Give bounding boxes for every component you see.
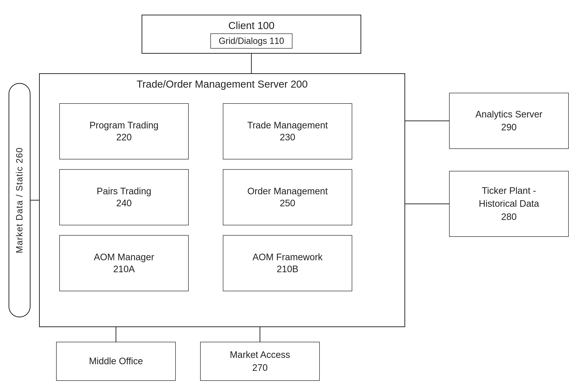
aom-manager-label: AOM Manager 210A [94,251,154,275]
trade-management-label: Trade Management 230 [247,119,328,144]
market-access-box: Market Access 270 [200,342,320,381]
grid-dialogs-label: Grid/Dialogs 110 [219,36,284,46]
analytics-label: Analytics Server 290 [476,108,543,134]
grid-dialogs-box: Grid/Dialogs 110 [210,33,293,49]
ticker-plant-box: Ticker Plant - Historical Data 280 [449,171,569,237]
pairs-trading-box: Pairs Trading 240 [59,169,189,225]
program-trading-box: Program Trading 220 [59,103,189,159]
market-access-label: Market Access 270 [230,348,290,374]
toms-title: Trade/Order Management Server 200 [40,78,404,90]
market-data-label: Market Data / Static 260 [14,147,25,253]
diagram: Market Data / Static 260 Client 100 Grid… [0,0,588,385]
toms-box: Trade/Order Management Server 200 Progra… [39,73,405,327]
middle-office-box: Middle Office [56,342,176,381]
order-management-label: Order Management 250 [247,185,328,210]
middle-office-label: Middle Office [89,355,143,368]
trade-management-box: Trade Management 230 [223,103,352,159]
aom-framework-label: AOM Framework 210B [252,251,322,275]
client-title: Client 100 [228,20,274,31]
analytics-server-box: Analytics Server 290 [449,93,569,149]
aom-framework-box: AOM Framework 210B [223,235,352,291]
market-data-pill: Market Data / Static 260 [9,83,30,317]
program-trading-label: Program Trading 220 [89,119,158,144]
client-box: Client 100 Grid/Dialogs 110 [142,15,361,54]
aom-manager-box: AOM Manager 210A [59,235,189,291]
order-management-box: Order Management 250 [223,169,352,225]
market-data-container: Market Data / Static 260 [5,73,34,327]
ticker-label: Ticker Plant - Historical Data 280 [479,184,539,223]
pairs-trading-label: Pairs Trading 240 [97,185,151,210]
